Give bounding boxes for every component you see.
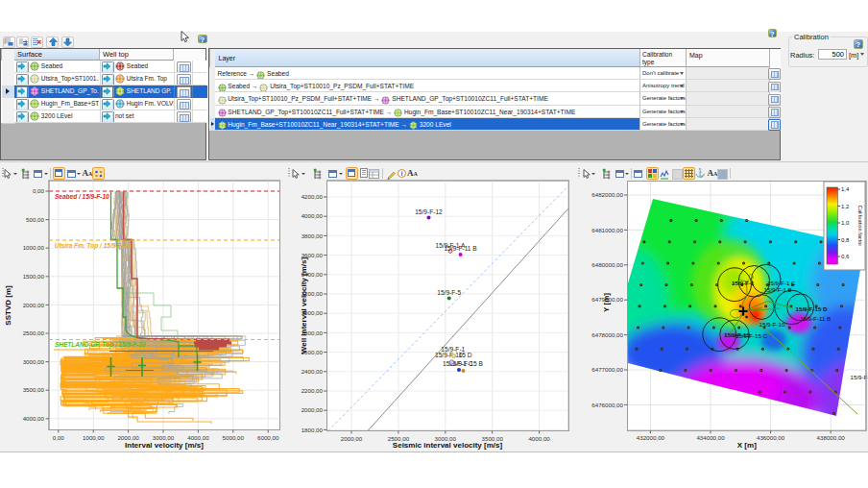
svg-text:3600,00: 3600,00 — [301, 252, 324, 258]
svg-text:438000,00: 438000,00 — [817, 434, 846, 441]
svg-text:2200,00: 2200,00 — [301, 387, 324, 394]
svg-text:Y [m]: Y [m] — [602, 293, 611, 312]
svg-text:15/9-F-11 B: 15/9-F-11 B — [444, 245, 477, 252]
svg-text:2000,00: 2000,00 — [23, 302, 45, 308]
svg-text:432000,00: 432000,00 — [637, 434, 665, 441]
svg-text:4000,00: 4000,00 — [301, 212, 324, 219]
svg-text:6000,00: 6000,00 — [257, 434, 279, 441]
svg-text:5000,00: 5000,00 — [223, 434, 245, 441]
svg-text:1500,00: 1500,00 — [23, 273, 45, 280]
svg-text:15/9-F-12: 15/9-F-12 — [415, 208, 443, 215]
svg-text:1000,00: 1000,00 — [83, 434, 105, 441]
svg-text:Seismic interval velocity [m/s: Seismic interval velocity [m/s] — [393, 441, 503, 450]
svg-text:15/9-F-: 15/9-F- — [851, 374, 868, 380]
svg-text:15/9-F-5: 15/9-F-5 — [437, 289, 461, 296]
svg-text:X [m]: X [m] — [737, 441, 757, 450]
svg-text:Calibration factor: Calibration factor — [857, 206, 863, 246]
svg-text:15/9-F-1: 15/9-F-1 — [732, 280, 755, 286]
svg-text:2500,00: 2500,00 — [23, 329, 45, 336]
svg-text:1,2: 1,2 — [841, 204, 850, 209]
svg-text:Well interval velocity [m/s]: Well interval velocity [m/s] — [300, 257, 308, 354]
svg-text:2400,00: 2400,00 — [301, 368, 324, 375]
svg-text:3000,00: 3000,00 — [23, 358, 45, 365]
svg-text:15/9-F-15 B: 15/9-F-15 B — [449, 360, 483, 367]
svg-text:4200,00: 4200,00 — [301, 193, 324, 200]
svg-text:0,00: 0,00 — [53, 434, 65, 441]
svg-text:SHETLAND GP. Top / 15/9-F-10: SHETLAND GP. Top / 15/9-F-10 — [55, 341, 146, 349]
svg-text:Utsira Fm. Top / 15/9-F-10: Utsira Fm. Top / 15/9-F-10 — [55, 242, 131, 250]
svg-text:500,00: 500,00 — [26, 216, 44, 223]
svg-text:6478000,00: 6478000,00 — [591, 331, 623, 338]
svg-text:4000,00: 4000,00 — [528, 435, 550, 442]
svg-text:2000,00: 2000,00 — [341, 435, 363, 442]
svg-text:6480000,00: 6480000,00 — [591, 261, 623, 268]
svg-text:15/9-F-15 C: 15/9-F-15 C — [735, 332, 768, 339]
svg-text:434000,00: 434000,00 — [696, 434, 725, 441]
svg-text:2000,00: 2000,00 — [117, 434, 139, 441]
svg-text:6481000,00: 6481000,00 — [591, 227, 623, 233]
svg-text:15/9-F-15 D: 15/9-F-15 D — [796, 305, 829, 312]
svg-text:4000,00: 4000,00 — [23, 415, 45, 422]
svg-text:1,0: 1,0 — [841, 220, 850, 226]
svg-text:15 D: 15 D — [459, 352, 472, 358]
svg-text:1000,00: 1000,00 — [23, 244, 45, 251]
svg-text:Interval velocity [m/s]: Interval velocity [m/s] — [125, 441, 204, 450]
svg-text:0,6: 0,6 — [841, 254, 850, 259]
svg-text:4000,00: 4000,00 — [187, 434, 209, 441]
svg-text:15/9-F-11 B: 15/9-F-11 B — [800, 315, 831, 322]
svg-text:6482000,00: 6482000,00 — [591, 191, 623, 198]
svg-text:3800,00: 3800,00 — [301, 232, 324, 239]
svg-text:15/9-F-10: 15/9-F-10 — [760, 321, 785, 328]
svg-text:0,8: 0,8 — [841, 237, 850, 243]
svg-text:SSTVD [m]: SSTVD [m] — [4, 285, 12, 326]
svg-text:0,00: 0,00 — [33, 187, 45, 194]
svg-text:3500,00: 3500,00 — [23, 386, 45, 393]
svg-text:Seabed / 15/9-F-10: Seabed / 15/9-F-10 — [55, 193, 109, 200]
svg-text:2000,00: 2000,00 — [301, 406, 324, 413]
svg-text:15/9-F-1 B: 15/9-F-1 B — [764, 286, 792, 293]
svg-text:3000,00: 3000,00 — [153, 434, 175, 441]
svg-text:15/9-F-1 C: 15/9-F-1 C — [767, 280, 796, 286]
svg-text:1,4: 1,4 — [841, 186, 850, 192]
svg-text:6476000,00: 6476000,00 — [591, 402, 623, 408]
svg-text:6477000,00: 6477000,00 — [591, 366, 623, 373]
svg-text:1800,00: 1800,00 — [301, 427, 324, 433]
svg-text:436000,00: 436000,00 — [757, 434, 785, 441]
